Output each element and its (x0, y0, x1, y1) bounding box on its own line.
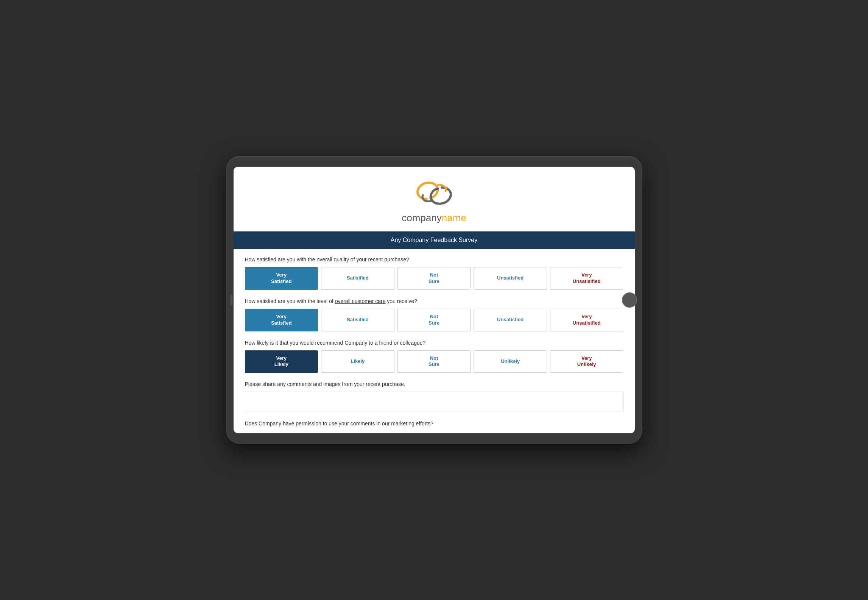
question-2-text: How satisfied are you with the level of … (245, 298, 623, 304)
comments-textarea[interactable] (245, 391, 623, 412)
question-1-block: How satisfied are you with the overall q… (245, 256, 623, 290)
question-3-block: How likely is it that you would recommen… (245, 340, 623, 373)
q2-satisfied[interactable]: Satisified (321, 309, 394, 331)
q1-satisfied[interactable]: Satisified (321, 267, 394, 290)
q2-not-sure[interactable]: NotSure (397, 309, 471, 331)
q1-very-satisfied[interactable]: VerySatisfied (245, 267, 318, 290)
question-3-options: VeryLikely Likely NotSure Unlikely VeryU… (245, 350, 623, 373)
q3-likely[interactable]: Likely (321, 350, 394, 373)
logo-section: companyname (234, 167, 635, 231)
q3-not-sure[interactable]: NotSure (397, 350, 471, 373)
q2-very-satisfied[interactable]: VerySatisfied (245, 309, 318, 331)
q1-not-sure[interactable]: NotSure (397, 267, 471, 290)
name-text: name (442, 212, 466, 223)
question-1-options: VerySatisfied Satisified NotSure Unsatis… (245, 267, 623, 290)
question-1-text: How satisfied are you with the overall q… (245, 256, 623, 262)
question-2-block: How satisfied are you with the level of … (245, 298, 623, 331)
question-3-text: How likely is it that you would recommen… (245, 340, 623, 346)
screen: companyname Any Company Feedback Survey … (234, 167, 635, 433)
company-name: companyname (241, 212, 627, 224)
question-2-options: VerySatisfied Satisified NotSure Unsatis… (245, 309, 623, 331)
q2-unsatisfied[interactable]: Unsatisfied (474, 309, 547, 331)
q2-very-unsatisfied[interactable]: VeryUnsatisified (550, 309, 623, 331)
company-logo (408, 178, 461, 208)
q3-very-unlikely[interactable]: VeryUnlikely (550, 350, 623, 373)
comments-label: Please share any comments and images fro… (245, 381, 623, 387)
comments-section: Please share any comments and images fro… (245, 381, 623, 414)
tablet-frame: companyname Any Company Feedback Survey … (226, 156, 642, 444)
q1-very-unsatisfied[interactable]: VeryUnsatisified (550, 267, 623, 290)
q1-unsatisfied[interactable]: Unsatisfied (474, 267, 547, 290)
permission-text: Does Company have permission to use your… (245, 420, 623, 427)
q3-very-likely[interactable]: VeryLikely (245, 350, 318, 373)
survey-header: Any Company Feedback Survey (234, 231, 635, 249)
survey-body: How satisfied are you with the overall q… (234, 249, 635, 433)
q3-unlikely[interactable]: Unlikely (474, 350, 547, 373)
company-text: company (402, 212, 442, 223)
